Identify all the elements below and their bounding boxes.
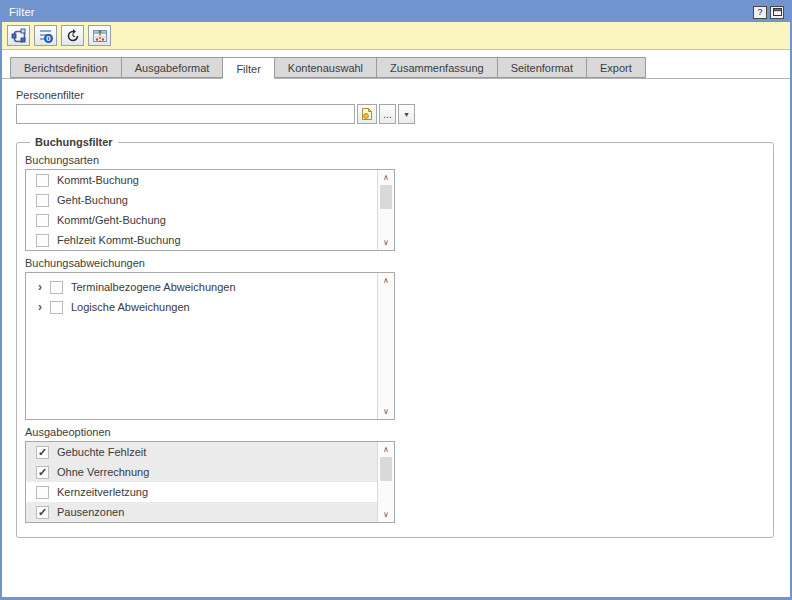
buchungsabweichungen-scrollbar[interactable]: ∧ ∨ <box>377 273 394 419</box>
list-item-label: Kommt-Buchung <box>57 174 139 186</box>
restore-window-button[interactable] <box>770 6 784 19</box>
checkbox-kommt-buchung[interactable] <box>36 174 49 187</box>
checkbox-geht-buchung[interactable] <box>36 194 49 207</box>
window-title: Filter <box>9 6 750 18</box>
selection-frame-icon <box>11 28 27 44</box>
personenfilter-dropdown-button[interactable]: ▾ <box>398 104 415 124</box>
buchungsarten-rows: Kommt-Buchung Geht-Buchung Kommt/Geht-Bu… <box>26 170 377 250</box>
history-clock-icon <box>65 28 81 44</box>
list-item-label: Ohne Verrechnung <box>57 466 149 478</box>
schedule-grid-button[interactable] <box>88 25 111 46</box>
svg-text:0: 0 <box>46 34 51 43</box>
history-button[interactable] <box>61 25 84 46</box>
filter-window: Filter ? <box>0 0 792 600</box>
titlebar: Filter ? <box>2 2 790 22</box>
tab-seitenformat[interactable]: Seitenformat <box>497 57 587 78</box>
tab-ausgabeformat[interactable]: Ausgabeformat <box>121 57 224 78</box>
checkbox-kernzeitverletzung[interactable] <box>36 486 49 499</box>
ellipsis-label: ... <box>383 109 391 120</box>
personenfilter-row: ... ▾ <box>16 104 774 124</box>
personenfilter-input[interactable] <box>16 104 355 124</box>
chevron-down-icon: ▾ <box>404 110 408 119</box>
checkbox-terminalbezogene-abweichungen[interactable] <box>50 281 63 294</box>
buchungsfilter-group: Buchungsfilter Buchungsarten Kommt-Buchu… <box>16 136 774 538</box>
buchungsfilter-legend: Buchungsfilter <box>30 136 118 148</box>
filter-document-icon <box>361 107 373 121</box>
list-item[interactable]: Fehlzeit Kommt-Buchung <box>26 230 377 250</box>
list-item-label: Kernzeitverletzung <box>57 486 148 498</box>
tab-export[interactable]: Export <box>586 57 646 78</box>
zero-values-icon: 0 <box>38 28 54 44</box>
expand-chevron-icon[interactable]: › <box>34 281 46 293</box>
personenfilter-open-button[interactable] <box>357 104 377 124</box>
list-item-label: Gebuchte Fehlzeit <box>57 446 146 458</box>
scrollbar-thumb[interactable] <box>380 457 392 481</box>
personenfilter-browse-button[interactable]: ... <box>379 104 396 124</box>
ausgabeoptionen-rows: ✓ Gebuchte Fehlzeit ✓ Ohne Verrechnung K… <box>26 442 377 522</box>
list-item[interactable]: Kernzeitverletzung <box>26 482 377 502</box>
buchungsarten-label: Buchungsarten <box>25 154 773 166</box>
execute-selection-button[interactable] <box>7 25 30 46</box>
buchungsabweichungen-label: Buchungsabweichungen <box>25 257 773 269</box>
ausgabeoptionen-listbox: ✓ Gebuchte Fehlzeit ✓ Ohne Verrechnung K… <box>25 441 395 523</box>
ausgabeoptionen-scrollbar[interactable]: ∧ ∨ <box>377 442 394 522</box>
personenfilter-label: Personenfilter <box>16 89 774 101</box>
scroll-up-icon[interactable]: ∧ <box>378 170 394 185</box>
scroll-down-icon[interactable]: ∨ <box>378 404 394 419</box>
tree-item-label: Logische Abweichungen <box>71 301 190 313</box>
checkbox-ohne-verrechnung[interactable]: ✓ <box>36 466 49 479</box>
tree-item[interactable]: › Logische Abweichungen <box>26 297 377 317</box>
list-item[interactable]: Kommt-Buchung <box>26 170 377 190</box>
expand-chevron-icon[interactable]: › <box>34 301 46 313</box>
list-item[interactable]: ✓ Pausenzonen <box>26 502 377 522</box>
scroll-up-icon[interactable]: ∧ <box>378 273 394 288</box>
toolbar: 0 <box>2 22 790 50</box>
list-item[interactable]: ✓ Ohne Verrechnung <box>26 462 377 482</box>
restore-window-icon <box>773 8 782 16</box>
scroll-up-icon[interactable]: ∧ <box>378 442 394 457</box>
tab-filter[interactable]: Filter <box>222 57 274 79</box>
scrollbar-thumb[interactable] <box>380 185 392 209</box>
default-values-button[interactable]: 0 <box>34 25 57 46</box>
buchungsabweichungen-rows: › Terminalbezogene Abweichungen › Logisc… <box>26 273 377 317</box>
tab-kontenauswahl[interactable]: Kontenauswahl <box>274 57 377 78</box>
checkbox-gebuchte-fehlzeit[interactable]: ✓ <box>36 446 49 459</box>
list-item[interactable]: Geht-Buchung <box>26 190 377 210</box>
checkbox-logische-abweichungen[interactable] <box>50 301 63 314</box>
help-icon: ? <box>757 7 762 17</box>
tab-zusammenfassung[interactable]: Zusammenfassung <box>376 57 498 78</box>
list-item-label: Fehlzeit Kommt-Buchung <box>57 234 181 246</box>
tree-item[interactable]: › Terminalbezogene Abweichungen <box>26 277 377 297</box>
list-item[interactable]: Kommt/Geht-Buchung <box>26 210 377 230</box>
checkbox-pausenzonen[interactable]: ✓ <box>36 506 49 519</box>
checkbox-fehlzeit-kommt-buchung[interactable] <box>36 234 49 247</box>
tabstrip: Berichtsdefinition Ausgabeformat Filter … <box>2 57 790 79</box>
schedule-grid-icon <box>92 28 108 44</box>
buchungsabweichungen-treebox: › Terminalbezogene Abweichungen › Logisc… <box>25 272 395 420</box>
list-item-label: Geht-Buchung <box>57 194 128 206</box>
list-item-label: Kommt/Geht-Buchung <box>57 214 166 226</box>
help-button[interactable]: ? <box>753 6 767 19</box>
tree-item-label: Terminalbezogene Abweichungen <box>71 281 236 293</box>
filter-tab-content: Personenfilter ... ▾ Buchungsfilter Buch… <box>2 79 790 597</box>
scroll-down-icon[interactable]: ∨ <box>378 507 394 522</box>
list-item[interactable]: ✓ Gebuchte Fehlzeit <box>26 442 377 462</box>
list-item-label: Pausenzonen <box>57 506 124 518</box>
scroll-down-icon[interactable]: ∨ <box>378 235 394 250</box>
checkbox-kommt-geht-buchung[interactable] <box>36 214 49 227</box>
tab-berichtsdefinition[interactable]: Berichtsdefinition <box>10 57 122 78</box>
ausgabeoptionen-label: Ausgabeoptionen <box>25 426 773 438</box>
buchungsarten-scrollbar[interactable]: ∧ ∨ <box>377 170 394 250</box>
buchungsarten-listbox: Kommt-Buchung Geht-Buchung Kommt/Geht-Bu… <box>25 169 395 251</box>
